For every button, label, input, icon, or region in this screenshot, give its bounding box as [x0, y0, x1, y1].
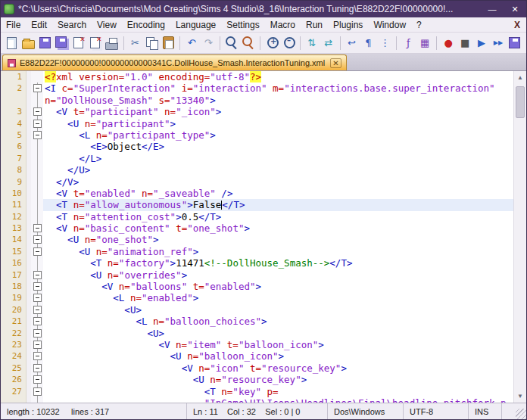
- document-map-icon[interactable]: ▦: [417, 36, 432, 51]
- code-line[interactable]: 15 <U n="animation_ref">: [1, 246, 513, 257]
- fold-toggle[interactable]: [31, 339, 43, 350]
- new-file-icon[interactable]: [5, 36, 20, 51]
- print-icon[interactable]: [104, 36, 120, 51]
- zoom-in-icon[interactable]: [264, 36, 279, 51]
- fold-collapse-icon[interactable]: [33, 84, 42, 92]
- code-line[interactable]: 10 <V t="enabled" n="_saveable" />: [1, 188, 513, 199]
- code-line[interactable]: 19 <L n="enabled">: [1, 292, 513, 303]
- fold-collapse-icon[interactable]: [33, 271, 42, 279]
- code-line[interactable]: 6 <E>Object</E>: [1, 141, 513, 152]
- fold-collapse-icon[interactable]: [33, 107, 42, 116]
- save-icon[interactable]: [38, 36, 53, 51]
- menu-help[interactable]: ?: [411, 18, 427, 32]
- fold-collapse-icon[interactable]: [33, 224, 42, 232]
- menu-close-document-button[interactable]: X: [514, 20, 520, 30]
- word-wrap-icon[interactable]: ↩: [345, 36, 360, 51]
- fold-toggle[interactable]: [31, 374, 43, 385]
- fold-collapse-icon[interactable]: [33, 120, 42, 128]
- fold-toggle[interactable]: [31, 316, 43, 327]
- code-line[interactable]: 20 <U>: [1, 304, 513, 316]
- sync-horizontal-icon[interactable]: ⇄: [321, 36, 336, 51]
- scrollbar-track[interactable]: [514, 84, 526, 390]
- code-line[interactable]: 16 <T n="factory">11471<!--DollHouse_Sma…: [1, 257, 513, 269]
- code-line[interactable]: 4 <U n="participant">: [1, 118, 513, 129]
- menu-run[interactable]: Run: [301, 18, 328, 32]
- fold-toggle[interactable]: [31, 350, 43, 362]
- zoom-out-icon[interactable]: [281, 36, 296, 51]
- record-macro-icon[interactable]: ●: [441, 36, 456, 51]
- tab-close-icon[interactable]: ✕: [330, 58, 341, 68]
- code-line[interactable]: 2<I c="SuperInteraction" i="interaction"…: [1, 82, 513, 94]
- fold-collapse-icon[interactable]: [33, 341, 42, 349]
- code-line[interactable]: 3 <V t="participant" n="_icon">: [1, 106, 513, 117]
- run-macro-multiple-icon[interactable]: ▶▶: [491, 36, 506, 51]
- open-folder-icon[interactable]: [21, 36, 36, 51]
- minimize-button[interactable]: —: [481, 1, 504, 17]
- scrollbar-down-arrow-icon[interactable]: ▼: [514, 390, 526, 403]
- menu-search[interactable]: Search: [52, 18, 92, 32]
- code-line[interactable]: 8 </U>: [1, 164, 513, 176]
- paste-icon[interactable]: [161, 36, 176, 51]
- fold-toggle[interactable]: [31, 106, 43, 117]
- code-line[interactable]: 5 <L n="participant_type">: [1, 129, 513, 141]
- code-line[interactable]: 14 <U n="one_shot">: [1, 234, 513, 245]
- fold-toggle[interactable]: [31, 328, 43, 339]
- editor-area[interactable]: 1<?xml version="1.0" encoding="utf-8"?>2…: [1, 71, 526, 403]
- fold-collapse-icon[interactable]: [33, 306, 42, 314]
- menu-language[interactable]: Language: [170, 18, 221, 32]
- code-line[interactable]: 9 </V>: [1, 176, 513, 188]
- resize-grip[interactable]: [502, 403, 526, 419]
- code-line[interactable]: 21 <L n="balloon_choices">: [1, 316, 513, 327]
- code-line[interactable]: 23 <V n="item" t="balloon_icon">: [1, 339, 513, 350]
- fold-collapse-icon[interactable]: [33, 294, 42, 302]
- fold-toggle[interactable]: [31, 362, 43, 374]
- sync-vertical-icon[interactable]: ⇅: [304, 36, 320, 51]
- close-file-icon[interactable]: [71, 36, 86, 51]
- fold-collapse-icon[interactable]: [33, 387, 42, 396]
- vertical-scrollbar[interactable]: ▲ ▼: [513, 71, 526, 403]
- code-line[interactable]: n="DollHouse_Smash" s="13340">: [1, 95, 513, 106]
- code-lines[interactable]: 1<?xml version="1.0" encoding="utf-8"?>2…: [1, 71, 513, 403]
- fold-collapse-icon[interactable]: [33, 235, 42, 244]
- fold-toggle[interactable]: [31, 386, 43, 397]
- save-macro-icon[interactable]: [507, 36, 522, 51]
- menu-window[interactable]: Window: [368, 18, 411, 32]
- fold-toggle[interactable]: [31, 118, 43, 129]
- cut-icon[interactable]: ✂: [128, 36, 143, 51]
- fold-collapse-icon[interactable]: [33, 364, 42, 372]
- code-line[interactable]: "InGame\UI\Icons\Headlines\Final\headlin…: [1, 397, 513, 403]
- close-all-icon[interactable]: [88, 36, 103, 51]
- code-line[interactable]: 18 <V n="balloons" t="enabled">: [1, 281, 513, 292]
- find-icon[interactable]: [224, 36, 239, 51]
- menu-view[interactable]: View: [92, 18, 122, 32]
- replace-icon[interactable]: [241, 36, 256, 51]
- fold-toggle[interactable]: [31, 246, 43, 257]
- fold-collapse-icon[interactable]: [33, 247, 42, 256]
- code-line[interactable]: 25 <V n="icon" t="resource_key">: [1, 362, 513, 374]
- fold-toggle[interactable]: [31, 269, 43, 281]
- fold-toggle[interactable]: [31, 281, 43, 292]
- redo-icon[interactable]: ↷: [201, 36, 216, 51]
- fold-toggle[interactable]: [31, 304, 43, 316]
- fold-toggle[interactable]: [31, 234, 43, 245]
- code-line[interactable]: 1<?xml version="1.0" encoding="utf-8"?>: [1, 71, 513, 82]
- close-button[interactable]: ✕: [504, 1, 526, 17]
- copy-icon[interactable]: [144, 36, 159, 51]
- menu-file[interactable]: File: [1, 18, 26, 32]
- play-macro-icon[interactable]: ▶: [474, 36, 489, 51]
- fold-collapse-icon[interactable]: [33, 329, 42, 338]
- fold-collapse-icon[interactable]: [33, 131, 42, 139]
- code-line[interactable]: 24 <U n="balloon_icon">: [1, 350, 513, 362]
- menu-edit[interactable]: Edit: [26, 18, 52, 32]
- fold-collapse-icon[interactable]: [33, 282, 42, 291]
- stop-macro-icon[interactable]: ■: [457, 36, 472, 51]
- scrollbar-up-arrow-icon[interactable]: ▲: [514, 71, 526, 84]
- menu-plugins[interactable]: Plugins: [328, 18, 368, 32]
- code-line[interactable]: 12 <T n="attention_cost">0.5</T>: [1, 211, 513, 222]
- scrollbar-thumb[interactable]: [516, 86, 525, 118]
- menu-encoding[interactable]: Encoding: [122, 18, 170, 32]
- fold-collapse-icon[interactable]: [33, 375, 42, 384]
- code-line[interactable]: 11 <T n="allow_autonomous">False</T>: [1, 199, 513, 210]
- fold-collapse-icon[interactable]: [33, 317, 42, 325]
- fold-collapse-icon[interactable]: [33, 352, 42, 360]
